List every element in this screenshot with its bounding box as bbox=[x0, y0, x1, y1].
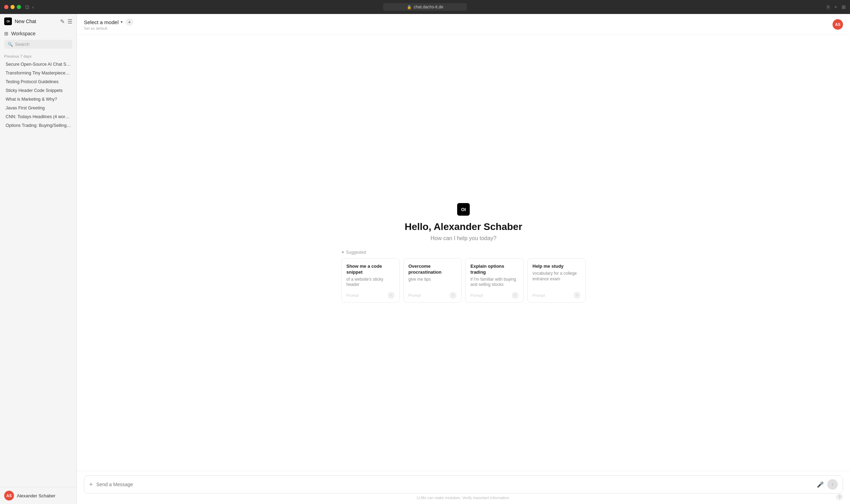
extensions-btn[interactable]: ⊞ bbox=[842, 4, 846, 10]
titlebar-right: ⎘ ＋ ⊞ bbox=[827, 4, 846, 10]
history-item-7[interactable]: Options Trading: Buying/Selling St bbox=[1, 121, 75, 130]
sidebar-top-icons: ✎ ☰ bbox=[60, 18, 72, 25]
main-footer: + 🎤 ↑ LLMs can make mistakes. Verify imp… bbox=[77, 471, 850, 504]
model-add-button[interactable]: + bbox=[125, 18, 133, 26]
history-item-5[interactable]: Javas First Greeting bbox=[1, 104, 75, 112]
history-item-4[interactable]: What is Marketing & Why? bbox=[1, 95, 75, 103]
titlebar: ⊡ ‹ 🔒 chat.dachs-it.de ⎘ ＋ ⊞ bbox=[0, 0, 850, 14]
help-button[interactable]: ? bbox=[836, 494, 843, 501]
close-button[interactable] bbox=[4, 5, 8, 9]
model-header-row: Select a model ▾ + bbox=[84, 18, 133, 26]
sidebar: OI New Chat ✎ ☰ ⊞ Workspace 🔍 Search Pre… bbox=[0, 14, 77, 504]
history-item-1[interactable]: Transforming Tiny Masterpieces N bbox=[1, 69, 75, 77]
mic-button[interactable]: 🎤 bbox=[817, 481, 824, 488]
model-name: Select a model bbox=[84, 19, 118, 25]
input-box: + 🎤 ↑ bbox=[84, 475, 843, 494]
chevron-down-icon: ▾ bbox=[121, 20, 123, 24]
main-header: Select a model ▾ + Set as default AS bbox=[77, 14, 850, 35]
suggestion-title-1: Overcome procrastination bbox=[409, 264, 457, 275]
chat-area: OI Hello, Alexander Schaber How can I he… bbox=[77, 35, 850, 471]
suggested-label: ✦ Suggested bbox=[341, 250, 366, 255]
minimize-button[interactable] bbox=[10, 5, 15, 9]
chat-greeting: Hello, Alexander Schaber bbox=[405, 221, 523, 232]
back-btn[interactable]: ‹ bbox=[32, 4, 34, 10]
sidebar-user-avatar: AS bbox=[4, 491, 14, 501]
chat-welcome: OI Hello, Alexander Schaber How can I he… bbox=[405, 203, 523, 242]
suggestion-arrow-0: ↑ bbox=[388, 292, 395, 299]
model-selector[interactable]: Select a model ▾ bbox=[84, 19, 123, 25]
search-row[interactable]: 🔍 Search bbox=[4, 40, 72, 49]
sidebar-history: Previous 7 days Secure Open-Source AI Ch… bbox=[0, 51, 77, 487]
sidebar-search-container: 🔍 Search bbox=[0, 38, 77, 51]
url-text: chat.dachs-it.de bbox=[414, 5, 444, 9]
main-header-right: AS bbox=[833, 19, 843, 30]
new-tab-btn[interactable]: ＋ bbox=[833, 4, 838, 10]
menu-icon-btn[interactable]: ☰ bbox=[67, 18, 72, 25]
model-header-left: Select a model ▾ + Set as default bbox=[84, 18, 133, 30]
plus-icon: + bbox=[89, 481, 93, 488]
suggestion-desc-1: give me tips bbox=[409, 277, 457, 282]
suggestion-prompt-text-0: Prompt bbox=[346, 293, 359, 297]
suggestion-card-2[interactable]: Explain options trading if I'm familiar … bbox=[465, 258, 524, 303]
message-input[interactable] bbox=[96, 482, 813, 487]
history-section-label: Previous 7 days bbox=[0, 51, 77, 60]
bookmark-btn[interactable]: ⎘ bbox=[827, 4, 830, 10]
suggestion-arrow-1: ↑ bbox=[449, 292, 456, 299]
suggestion-prompt-row-2: Prompt ↑ bbox=[470, 289, 519, 299]
send-icon: ↑ bbox=[831, 482, 834, 487]
suggestion-prompt-row-0: Prompt ↑ bbox=[346, 289, 395, 299]
main-content: Select a model ▾ + Set as default AS bbox=[77, 14, 850, 504]
send-button[interactable]: ↑ bbox=[827, 479, 838, 490]
chat-logo: OI bbox=[457, 203, 470, 216]
suggestion-desc-2: if I'm familiar with buying and selling … bbox=[470, 277, 519, 288]
suggestion-prompt-text-2: Prompt bbox=[470, 293, 483, 297]
chat-subtext: How can I help you today? bbox=[431, 235, 497, 242]
sidebar-top: OI New Chat ✎ ☰ bbox=[0, 14, 77, 29]
traffic-lights bbox=[4, 5, 21, 9]
titlebar-url[interactable]: 🔒 chat.dachs-it.de bbox=[383, 3, 467, 11]
star-icon: ✦ bbox=[341, 250, 345, 255]
suggestion-desc-0: of a website's sticky header bbox=[346, 277, 395, 288]
microphone-icon: 🎤 bbox=[817, 481, 824, 488]
suggestion-title-0: Show me a code snippet bbox=[346, 264, 395, 275]
input-attachment-button[interactable]: + bbox=[89, 481, 93, 488]
app-window: OI New Chat ✎ ☰ ⊞ Workspace 🔍 Search Pre… bbox=[0, 14, 850, 504]
suggestion-card-1[interactable]: Overcome procrastination give me tips Pr… bbox=[403, 258, 462, 303]
suggestion-title-3: Help me study bbox=[533, 264, 581, 269]
model-default-label: Set as default bbox=[84, 26, 133, 30]
history-item-0[interactable]: Secure Open-Source AI Chat Solu bbox=[1, 60, 75, 69]
lock-icon: 🔒 bbox=[407, 5, 412, 9]
workspace-icon: ⊞ bbox=[4, 31, 8, 36]
compose-icon-btn[interactable]: ✎ bbox=[60, 18, 65, 25]
input-disclaimer: LLMs can make mistakes. Verify important… bbox=[84, 494, 843, 501]
new-chat-label: New Chat bbox=[15, 19, 36, 24]
workspace-label: Workspace bbox=[11, 31, 36, 36]
maximize-button[interactable] bbox=[17, 5, 21, 9]
suggestion-prompt-row-3: Prompt ↑ bbox=[533, 289, 581, 299]
input-area: + 🎤 ↑ LLMs can make mistakes. Verify imp… bbox=[77, 471, 850, 504]
new-chat-button[interactable]: OI New Chat bbox=[4, 17, 36, 25]
titlebar-controls: ⊡ ‹ bbox=[25, 4, 34, 10]
header-user-avatar: AS bbox=[833, 19, 843, 30]
suggestion-prompt-text-1: Prompt bbox=[409, 293, 421, 297]
suggestion-prompt-text-3: Prompt bbox=[533, 293, 545, 297]
search-icon: 🔍 bbox=[8, 42, 13, 47]
suggestion-arrow-2: ↑ bbox=[512, 292, 519, 299]
sidebar-workspace-item[interactable]: ⊞ Workspace bbox=[0, 29, 77, 38]
suggestion-desc-3: vocabulary for a college entrance exam bbox=[533, 271, 581, 282]
sidebar-user-name: Alexander Schaber bbox=[17, 493, 56, 498]
suggestion-card-0[interactable]: Show me a code snippet of a website's st… bbox=[341, 258, 400, 303]
history-item-3[interactable]: Sticky Header Code Snippets bbox=[1, 86, 75, 95]
suggestions-grid: Show me a code snippet of a website's st… bbox=[341, 258, 586, 303]
suggestion-title-2: Explain options trading bbox=[470, 264, 519, 275]
sidebar-toggle-btn[interactable]: ⊡ bbox=[25, 4, 29, 10]
sidebar-bottom: AS Alexander Schaber bbox=[0, 487, 77, 504]
suggestion-arrow-3: ↑ bbox=[574, 292, 581, 299]
suggestion-prompt-row-1: Prompt ↑ bbox=[409, 289, 457, 299]
app-logo: OI bbox=[4, 17, 12, 25]
suggestion-card-3[interactable]: Help me study vocabulary for a college e… bbox=[527, 258, 586, 303]
history-item-2[interactable]: Testing Protocol Guidelines bbox=[1, 78, 75, 86]
history-item-6[interactable]: CNN: Todays Headlines (4 words) bbox=[1, 113, 75, 121]
suggestions-container: ✦ Suggested Show me a code snippet of a … bbox=[341, 250, 586, 303]
search-placeholder: Search bbox=[15, 42, 29, 47]
